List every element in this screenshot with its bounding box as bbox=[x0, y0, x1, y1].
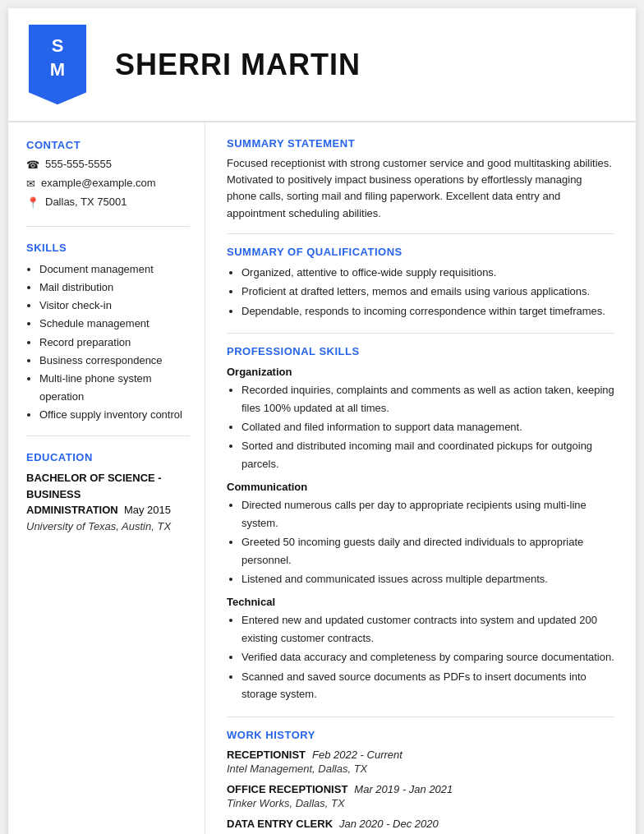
work-job-title: DATA ENTRY CLERK bbox=[227, 818, 333, 830]
sub-section-item: Verified data accuracy and completeness … bbox=[242, 648, 614, 666]
sub-section-list: Recorded inquiries, complaints and comme… bbox=[227, 381, 614, 472]
contact-section: CONTACT ☎ 555-555-5555 ✉ example@example… bbox=[26, 139, 190, 227]
skills-section: SKILLS Document managementMail distribut… bbox=[26, 242, 190, 436]
work-dates: Jan 2020 - Dec 2020 bbox=[339, 818, 439, 830]
main-content: SUMMARY STATEMENT Focused receptionist w… bbox=[205, 122, 636, 834]
qualifications-label: SUMMARY OF QUALIFICATIONS bbox=[227, 246, 614, 258]
contact-label: CONTACT bbox=[26, 139, 190, 151]
sub-section-item: Entered new and updated customer contrac… bbox=[242, 611, 614, 647]
candidate-name: SHERRI MARTIN bbox=[115, 48, 361, 82]
sub-section-item: Collated and filed information to suppor… bbox=[242, 418, 614, 435]
sub-section-item: Sorted and distributed incoming mail and… bbox=[242, 437, 614, 472]
work-job: DATA ENTRY CLERKJan 2020 - Dec 2020Repub… bbox=[227, 816, 614, 834]
sub-section-list: Entered new and updated customer contrac… bbox=[227, 611, 614, 703]
work-company: Republic Services, Houston, TX bbox=[227, 832, 614, 834]
qualification-item: Dependable, responds to incoming corresp… bbox=[242, 302, 614, 320]
professional-skills-content: OrganizationRecorded inquiries, complain… bbox=[227, 366, 614, 703]
avatar-bookmark: S M bbox=[29, 25, 86, 104]
resume-wrapper: S M SHERRI MARTIN CONTACT ☎ 555-555-5555… bbox=[8, 8, 636, 834]
sub-section-title: Communication bbox=[227, 481, 614, 493]
phone-icon: ☎ bbox=[26, 159, 39, 171]
phone-item: ☎ 555-555-5555 bbox=[26, 158, 190, 171]
work-job-title: RECEPTIONIST bbox=[227, 749, 306, 761]
skill-item: Business correspondence bbox=[39, 352, 190, 370]
education-label: EDUCATION bbox=[26, 451, 190, 463]
work-job: RECEPTIONISTFeb 2022 - CurrentIntel Mana… bbox=[227, 747, 614, 775]
sub-section-item: Listened and communicated issues across … bbox=[242, 570, 614, 587]
education-section: EDUCATION BACHELOR OF SCIENCE - BUSINESS… bbox=[26, 451, 190, 544]
work-history-label: WORK HISTORY bbox=[227, 729, 614, 741]
phone-text: 555-555-5555 bbox=[45, 158, 112, 170]
email-item: ✉ example@example.com bbox=[26, 177, 190, 190]
sub-section-item: Recorded inquiries, complaints and comme… bbox=[242, 381, 614, 417]
professional-skills-label: PROFESSIONAL SKILLS bbox=[227, 345, 614, 357]
work-dates: Mar 2019 - Jan 2021 bbox=[354, 783, 453, 795]
summary-statement-section: SUMMARY STATEMENT Focused receptionist w… bbox=[227, 137, 614, 234]
professional-skills-section: PROFESSIONAL SKILLS OrganizationRecorded… bbox=[227, 345, 614, 717]
edu-degree: BACHELOR OF SCIENCE - BUSINESS ADMINISTR… bbox=[26, 470, 190, 518]
location-item: 📍 Dallas, TX 75001 bbox=[26, 196, 190, 209]
work-company: Tinker Works, Dallas, TX bbox=[227, 797, 614, 809]
sub-section-title: Technical bbox=[227, 596, 614, 608]
location-text: Dallas, TX 75001 bbox=[45, 196, 127, 208]
avatar-initials: S M bbox=[50, 35, 65, 81]
skills-label: SKILLS bbox=[26, 242, 190, 254]
body-layout: CONTACT ☎ 555-555-5555 ✉ example@example… bbox=[8, 122, 636, 834]
skill-item: Record preparation bbox=[39, 334, 190, 352]
work-history-section: WORK HISTORY RECEPTIONISTFeb 2022 - Curr… bbox=[227, 729, 614, 834]
skill-item: Office supply inventory control bbox=[39, 406, 190, 424]
sub-section-list: Directed numerous calls per day to appro… bbox=[227, 496, 614, 587]
work-dates: Feb 2022 - Current bbox=[312, 749, 402, 761]
skill-item: Document management bbox=[39, 260, 190, 279]
sub-section-item: Directed numerous calls per day to appro… bbox=[242, 496, 614, 532]
sub-section-title: Organization bbox=[227, 366, 614, 378]
summary-statement-text: Focused receptionist with strong custome… bbox=[227, 155, 614, 222]
qualifications-list: Organized, attentive to office-wide supp… bbox=[227, 264, 614, 320]
skill-item: Visitor check-in bbox=[39, 297, 190, 315]
work-history-content: RECEPTIONISTFeb 2022 - CurrentIntel Mana… bbox=[227, 747, 614, 834]
edu-school: University of Texas, Austin, TX bbox=[26, 520, 190, 532]
resume-header: S M SHERRI MARTIN bbox=[8, 8, 636, 122]
email-text: example@example.com bbox=[41, 177, 156, 189]
qualifications-section: SUMMARY OF QUALIFICATIONS Organized, att… bbox=[227, 246, 614, 334]
avatar-column: S M bbox=[8, 25, 107, 104]
sub-section-item: Scanned and saved source documents as PD… bbox=[242, 668, 614, 703]
sub-section-item: Greeted 50 incoming guests daily and dir… bbox=[242, 533, 614, 569]
email-icon: ✉ bbox=[26, 177, 35, 190]
skill-item: Mail distribution bbox=[39, 279, 190, 297]
skills-list: Document managementMail distributionVisi… bbox=[26, 260, 190, 424]
skill-item: Multi-line phone system operation bbox=[39, 370, 190, 406]
location-icon: 📍 bbox=[26, 196, 39, 209]
work-job: OFFICE RECEPTIONISTMar 2019 - Jan 2021Ti… bbox=[227, 781, 614, 809]
work-company: Intel Management, Dallas, TX bbox=[227, 763, 614, 775]
summary-statement-label: SUMMARY STATEMENT bbox=[227, 137, 614, 150]
qualification-item: Proficient at drafted letters, memos and… bbox=[242, 283, 614, 300]
skill-item: Schedule management bbox=[39, 315, 190, 333]
work-job-title: OFFICE RECEPTIONIST bbox=[227, 783, 347, 795]
qualification-item: Organized, attentive to office-wide supp… bbox=[242, 264, 614, 281]
sidebar: CONTACT ☎ 555-555-5555 ✉ example@example… bbox=[8, 122, 205, 834]
